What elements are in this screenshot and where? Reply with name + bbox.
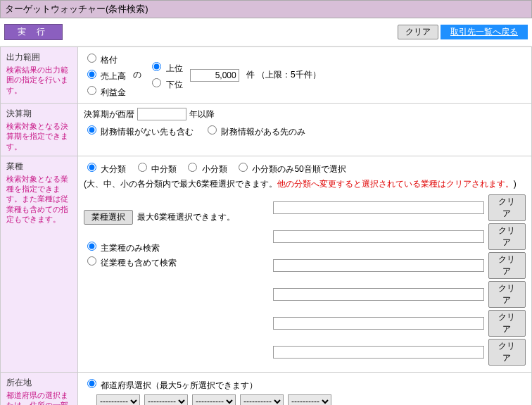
pref-select-4[interactable]: ---------- [240, 394, 284, 405]
radio-output-bottom[interactable]: 下位 [148, 76, 182, 91]
section-output-content: 格付 売上高 利益金 の 上位 下位 件 （上限：5千件） [78, 47, 532, 104]
section-industry-content: 大分類 中分類 小分類 小分類のみ50音順で選択 (大、中、小の各分類内で最大6… [78, 156, 532, 372]
pref-select-3[interactable]: ---------- [192, 394, 236, 405]
pref-select-5[interactable]: ---------- [288, 394, 331, 405]
toolbar: 実 行 クリア 取引先一覧へ戻る [0, 18, 532, 46]
industry-input-4[interactable] [273, 288, 484, 301]
industry-clear-2[interactable]: クリア [488, 223, 526, 250]
section-period-content: 決算期が西暦 年以降 財務情報がない先も含む 財務情報がある先のみ [78, 104, 532, 156]
industry-input-5[interactable] [273, 317, 484, 330]
radio-output-sales[interactable]: 売上高 [84, 68, 126, 82]
output-count-input[interactable] [190, 69, 239, 82]
industry-clear-1[interactable]: クリア [488, 194, 526, 221]
radio-class-large[interactable]: 大分類 [84, 161, 126, 175]
radio-class-small50[interactable]: 小分類のみ50音順で選択 [235, 161, 346, 175]
output-count-suffix: 件 （上限：5千件） [246, 69, 321, 81]
industry-clear-6[interactable]: クリア [488, 339, 526, 366]
industry-select-button[interactable]: 業種選択 [84, 210, 133, 225]
industry-clear-4[interactable]: クリア [488, 281, 526, 308]
section-output-label: 出力範囲 検索結果の出力範囲の指定を行います。 [1, 47, 78, 104]
back-button[interactable]: 取引先一覧へ戻る [441, 25, 528, 39]
radio-class-mid[interactable]: 中分類 [134, 161, 177, 175]
industry-clear-3[interactable]: クリア [488, 252, 526, 279]
pref-select-2[interactable]: ---------- [144, 394, 188, 405]
page-title: ターゲットウォッチャー(条件検索) [0, 0, 532, 18]
radio-industry-incl-sub[interactable]: 従業種も含めて検索 [84, 254, 265, 269]
radio-output-profit[interactable]: 利益金 [84, 84, 126, 99]
exec-button[interactable]: 実 行 [4, 24, 63, 40]
radio-period-only-have[interactable]: 財務情報がある先のみ [204, 123, 305, 138]
industry-input-2[interactable] [273, 230, 484, 243]
section-location-content: 都道府県選択（最大5ヶ所選択できます） ---------- ---------… [78, 372, 532, 405]
radio-period-include-none[interactable]: 財務情報がない先も含む [84, 123, 194, 138]
radio-class-small[interactable]: 小分類 [184, 161, 227, 175]
industry-input-1[interactable] [273, 201, 484, 214]
radio-location-pref[interactable]: 都道府県選択（最大5ヶ所選択できます） [84, 380, 258, 390]
radio-output-top[interactable]: 上位 [148, 60, 182, 75]
section-location-label: 所在地 都道府県の選択または、住所の一部を指定します。 [1, 372, 78, 405]
pref-select-1[interactable]: ---------- [96, 394, 140, 405]
industry-input-3[interactable] [273, 259, 484, 272]
clear-all-button[interactable]: クリア [398, 25, 438, 39]
radio-industry-main-only[interactable]: 主業種のみ検索 [84, 239, 265, 254]
section-period-label: 決算期 検索対象となる決算期を指定できます。 [1, 104, 78, 156]
period-year-input[interactable] [137, 108, 186, 120]
section-industry-label: 業種 検索対象となる業種を指定できます。また業種は従業種も含めての指定もできます… [1, 156, 78, 372]
industry-input-6[interactable] [273, 346, 484, 359]
radio-output-rating[interactable]: 格付 [84, 51, 126, 66]
industry-clear-5[interactable]: クリア [488, 310, 526, 337]
